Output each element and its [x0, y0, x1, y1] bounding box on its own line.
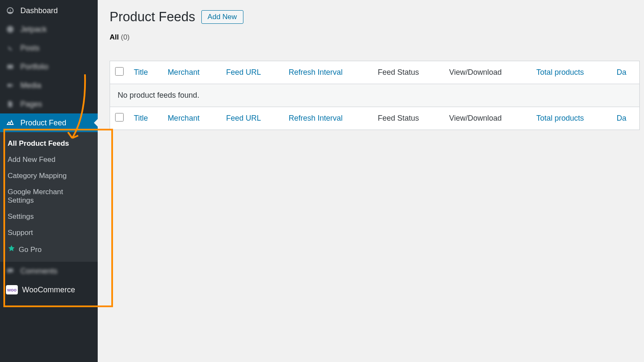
col-feed-url-f[interactable]: Feed URL	[221, 107, 283, 130]
sidebar-item-comments[interactable]: Comments	[0, 262, 98, 280]
sidebar-item-media[interactable]: Media	[0, 76, 98, 95]
col-refresh-f[interactable]: Refresh Interval	[283, 107, 373, 130]
admin-sidebar: Dashboard Jetpack Posts Portfolio Media …	[0, 0, 98, 362]
sidebar-item-jetpack[interactable]: Jetpack	[0, 20, 98, 39]
submenu-settings[interactable]: Settings	[0, 209, 98, 225]
submenu-google-merchant[interactable]: Google Merchant Settings	[0, 184, 98, 209]
feed-icon	[6, 119, 16, 127]
feeds-table: Title Merchant Feed URL Refresh Interval…	[110, 61, 640, 130]
check-all-header	[110, 61, 129, 84]
col-date[interactable]: Da	[611, 61, 639, 84]
col-status-f: Feed Status	[373, 107, 444, 130]
sidebar-item-portfolio[interactable]: Portfolio	[0, 57, 98, 76]
dashboard-icon	[6, 6, 16, 15]
col-refresh-interval[interactable]: Refresh Interval	[283, 61, 373, 84]
table-empty-row: No product feeds found.	[110, 84, 640, 107]
col-title[interactable]: Title	[129, 61, 163, 84]
page-header: Product Feeds Add New	[110, 9, 640, 25]
svg-rect-1	[7, 65, 13, 69]
col-merchant-f[interactable]: Merchant	[163, 107, 221, 130]
sidebar-label: WooCommerce	[22, 286, 75, 294]
col-feed-status: Feed Status	[373, 61, 444, 84]
svg-point-3	[10, 84, 13, 87]
sidebar-item-posts[interactable]: Posts	[0, 39, 98, 57]
table-header-row: Title Merchant Feed URL Refresh Interval…	[110, 61, 640, 84]
sidebar-label: Product Feed	[20, 119, 66, 127]
sidebar-item-product-feed[interactable]: Product Feed	[0, 113, 98, 132]
filter-links: All (0)	[110, 33, 640, 42]
main-content: Product Feeds Add New All (0) Title Merc…	[98, 0, 644, 362]
sidebar-label: Portfolio	[20, 62, 48, 71]
col-view-download: View/Download	[444, 61, 531, 84]
sidebar-label: Dashboard	[20, 6, 58, 15]
page-icon	[6, 100, 16, 108]
sidebar-label: Jetpack	[20, 25, 47, 34]
sidebar-item-dashboard[interactable]: Dashboard	[0, 1, 98, 20]
add-new-button[interactable]: Add New	[201, 10, 243, 24]
sidebar-label: Posts	[20, 44, 40, 53]
col-merchant[interactable]: Merchant	[163, 61, 221, 84]
submenu-add-new-feed[interactable]: Add New Feed	[0, 152, 98, 168]
col-total-f[interactable]: Total products	[531, 107, 612, 130]
check-all-footer	[110, 107, 129, 130]
sidebar-label: Media	[20, 81, 41, 90]
submenu-support[interactable]: Support	[0, 225, 98, 241]
page-title: Product Feeds	[110, 9, 195, 25]
sidebar-label: Comments	[20, 267, 57, 276]
empty-message: No product feeds found.	[110, 84, 640, 107]
portfolio-icon	[6, 62, 16, 71]
media-icon	[6, 81, 16, 90]
woo-icon: woo	[6, 285, 18, 294]
svg-point-0	[7, 26, 14, 33]
table-footer-row: Title Merchant Feed URL Refresh Interval…	[110, 107, 640, 130]
col-feed-url[interactable]: Feed URL	[221, 61, 283, 84]
sidebar-submenu: All Product Feeds Add New Feed Category …	[0, 132, 98, 262]
comment-icon	[6, 267, 16, 275]
filter-all-link[interactable]: All	[110, 33, 119, 41]
sidebar-label: Pages	[20, 100, 42, 109]
submenu-all-feeds[interactable]: All Product Feeds	[0, 136, 98, 152]
submenu-category-mapping[interactable]: Category Mapping	[0, 168, 98, 184]
col-total-products[interactable]: Total products	[531, 61, 612, 84]
submenu-label: Go Pro	[19, 246, 42, 254]
col-date-f[interactable]: Da	[611, 107, 639, 130]
sidebar-item-pages[interactable]: Pages	[0, 95, 98, 113]
jetpack-icon	[6, 25, 16, 34]
star-icon	[8, 245, 15, 255]
sidebar-item-woocommerce[interactable]: woo WooCommerce	[0, 280, 98, 299]
select-all-checkbox-footer[interactable]	[115, 113, 124, 122]
pin-icon	[6, 44, 16, 52]
col-view-f: View/Download	[444, 107, 531, 130]
select-all-checkbox[interactable]	[115, 67, 124, 76]
col-title-f[interactable]: Title	[129, 107, 163, 130]
submenu-go-pro[interactable]: Go Pro	[0, 241, 98, 258]
filter-all-count: (0)	[121, 33, 130, 41]
